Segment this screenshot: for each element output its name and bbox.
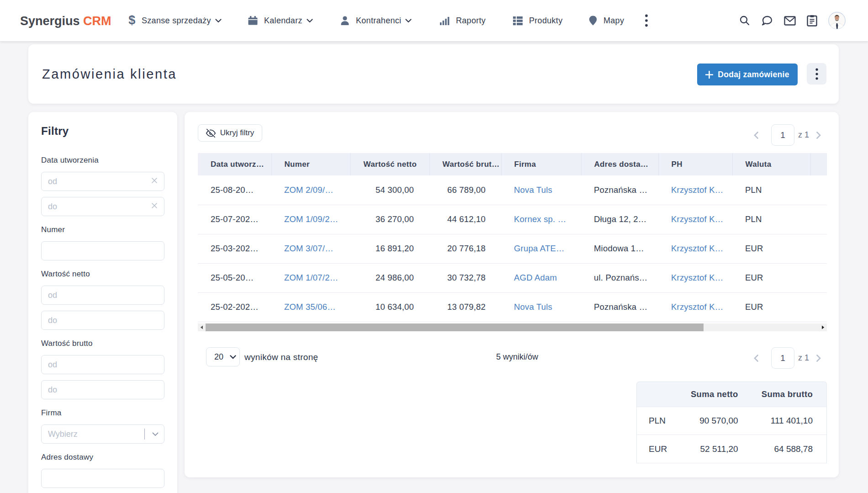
svg-text:$: $ bbox=[128, 14, 135, 27]
